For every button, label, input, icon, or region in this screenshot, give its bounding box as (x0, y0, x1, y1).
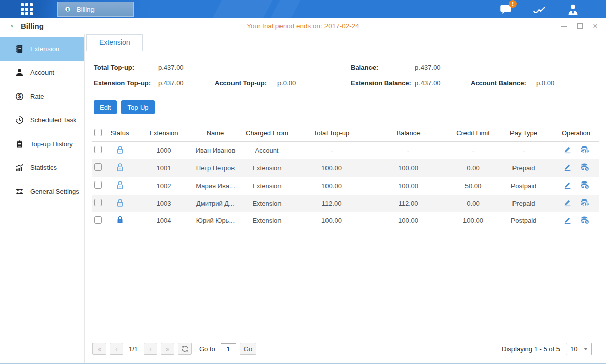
goto-page-input[interactable] (221, 343, 236, 354)
col-pay-type: Pay Type (495, 125, 552, 142)
user-menu-button[interactable] (566, 3, 580, 16)
lock-status-icon (116, 163, 124, 172)
refresh-button[interactable] (178, 343, 192, 355)
col-balance: Balance (365, 125, 451, 142)
sidebar-item-statistics[interactable]: Statistics (0, 156, 84, 179)
table-row: 1002 Мария Ива... Extension 100.00 100.0… (92, 177, 599, 195)
cell-balance: - (365, 142, 451, 159)
cell-total-topup: 100.00 (298, 159, 365, 177)
sidebar-item-label: Scheduled Task (30, 116, 77, 124)
notifications-button[interactable]: ! (499, 3, 513, 16)
col-extension: Extension (133, 125, 195, 142)
cell-credit-limit: 0.00 (451, 195, 495, 212)
clock-icon (15, 116, 24, 124)
refresh-icon (181, 345, 189, 352)
cell-name: Иван Иванов (195, 142, 236, 159)
cell-total-topup: - (298, 142, 365, 159)
account-balance-value: p.0.00 (536, 79, 599, 87)
top-up-coins-icon[interactable] (581, 145, 589, 154)
cell-pay-type: - (495, 142, 552, 159)
sidebar-item-scheduled-task[interactable]: Scheduled Task (0, 108, 84, 132)
billing-taskbar-tab-label: Billing (77, 6, 95, 13)
cell-total-topup: 112.00 (298, 195, 365, 212)
cell-credit-limit: 100.00 (451, 212, 495, 230)
book-icon (15, 44, 24, 53)
cell-name: Мария Ива... (195, 177, 236, 195)
sidebar-item-topup-history[interactable]: Top-up History (0, 132, 84, 156)
row-checkbox[interactable] (94, 181, 102, 189)
total-topup-label: Total Top-up: (94, 64, 158, 71)
edit-pencil-icon[interactable] (563, 180, 572, 189)
pager-controls: « ‹ 1/1 › » Go to Go (92, 343, 256, 355)
cell-extension: 1003 (133, 195, 195, 212)
col-charged-from: Charged From (236, 125, 298, 142)
cell-operation (552, 177, 599, 195)
tab-bar: Extension (85, 34, 599, 51)
account-topup-value: p.0.00 (277, 79, 351, 87)
sidebar-item-general-settings[interactable]: General Settings (0, 179, 84, 203)
top-up-button[interactable]: Top Up (121, 100, 154, 114)
cell-status (107, 212, 133, 230)
edit-pencil-icon[interactable] (563, 216, 572, 224)
first-page-button[interactable]: « (92, 343, 106, 355)
extension-balance-value: p.437.00 (415, 79, 471, 87)
go-button[interactable]: Go (240, 343, 256, 355)
sidebar-item-extension[interactable]: Extension (0, 37, 84, 61)
edit-pencil-icon[interactable] (563, 163, 572, 171)
account-balance-label: Account Balance: (471, 79, 536, 87)
maximize-icon (577, 23, 583, 29)
page-size-value: 10 (570, 345, 577, 353)
close-button[interactable]: × (592, 23, 599, 30)
cell-name: Петр Петров (195, 159, 236, 177)
extension-topup-label: Extension Top-up: (94, 79, 158, 87)
page-size-select[interactable]: 10 (566, 343, 592, 355)
cell-balance: 112.00 (365, 195, 451, 212)
sidebar-item-label: Statistics (30, 164, 57, 171)
sidebar-item-account[interactable]: Account (0, 61, 84, 84)
row-checkbox[interactable] (94, 163, 102, 171)
paging-summary: Displaying 1 - 5 of 5 10 (502, 343, 592, 355)
row-checkbox[interactable] (94, 199, 102, 206)
edit-button[interactable]: Edit (94, 100, 117, 114)
extension-topup-value: p.437.00 (158, 79, 215, 87)
person-icon (15, 68, 24, 77)
top-up-coins-icon[interactable] (581, 163, 589, 171)
table-row: 1003 Дмитрий Д... Extension 112.00 112.0… (92, 195, 599, 212)
apps-grid-icon (21, 3, 33, 15)
top-up-coins-icon[interactable] (581, 180, 589, 189)
row-checkbox[interactable] (94, 216, 102, 224)
cell-status (107, 159, 133, 177)
cell-balance: 100.00 (365, 159, 451, 177)
app-title: Billing (21, 22, 44, 30)
cell-credit-limit: 0.00 (451, 159, 495, 177)
col-credit-limit: Credit Limit (451, 125, 495, 142)
row-checkbox[interactable] (94, 146, 102, 153)
cell-extension: 1001 (133, 159, 195, 177)
cell-operation (552, 159, 599, 177)
last-page-button[interactable]: » (161, 343, 174, 355)
lock-status-icon (116, 145, 124, 154)
billing-taskbar-tab[interactable]: Billing (57, 2, 134, 17)
cell-extension: 1000 (133, 142, 195, 159)
cell-charged-from: Extension (236, 159, 298, 177)
cell-balance: 100.00 (365, 177, 451, 195)
edit-pencil-icon[interactable] (563, 198, 572, 207)
maximize-button[interactable] (576, 23, 583, 30)
edit-pencil-icon[interactable] (563, 145, 572, 154)
top-up-coins-icon[interactable] (581, 216, 589, 224)
cell-balance: 100.00 (365, 212, 451, 230)
transfer-icon (15, 187, 24, 196)
minimize-button[interactable] (561, 23, 568, 30)
sidebar-item-rate[interactable]: Rate (0, 84, 84, 108)
main-menu-button[interactable] (0, 0, 53, 18)
resource-monitor-button[interactable] (532, 3, 546, 16)
prev-page-button[interactable]: ‹ (110, 343, 123, 355)
window-controls: × (561, 23, 599, 30)
account-topup-label: Account Top-up: (215, 79, 277, 87)
select-all-checkbox[interactable] (94, 129, 102, 136)
next-page-button[interactable]: › (144, 343, 157, 355)
top-up-coins-icon[interactable] (581, 198, 589, 207)
chevron-down-icon (584, 348, 588, 350)
tab-extension[interactable]: Extension (86, 34, 143, 51)
desktop-topbar: Billing ! (0, 0, 606, 18)
